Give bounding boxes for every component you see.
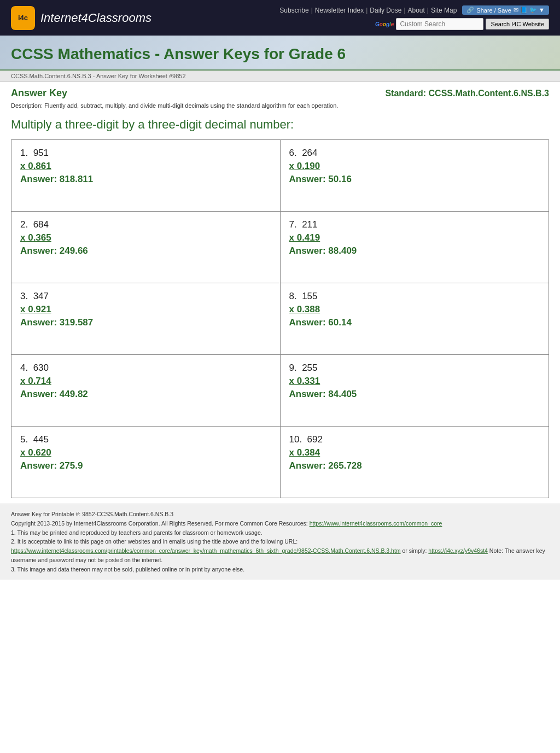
footer-note1: 1. This may be printed and reproduced by… — [11, 528, 549, 538]
answer-key-label: Answer Key — [11, 87, 67, 99]
url-short-link[interactable]: https://i4c.xyz/y9v46st4 — [428, 547, 488, 554]
problem-number-5: 5. 445 — [20, 434, 271, 445]
problem-cell-5: 5. 445 x 0.620 Answer: 275.9 — [11, 427, 281, 498]
problem-number-1: 1. 951 — [20, 148, 271, 159]
problem-multiplier-7: x 0.419 — [289, 232, 540, 243]
problem-answer-10: Answer: 265.728 — [289, 460, 540, 471]
url-long-link[interactable]: https://www.internet4classrooms.com/prin… — [11, 547, 401, 554]
problem-multiplier-2: x 0.365 — [20, 232, 271, 243]
search-button[interactable]: Search I4C Website — [486, 19, 549, 30]
problem-row-4: 4. 630 x 0.714 Answer: 449.82 9. 255 x 0… — [11, 355, 549, 427]
problem-number-8: 8. 155 — [289, 291, 540, 302]
problem-answer-8: Answer: 60.14 — [289, 317, 540, 328]
description: Description: Fluently add, subtract, mul… — [11, 102, 549, 109]
problem-answer-6: Answer: 50.16 — [289, 174, 540, 185]
problem-multiplier-3: x 0.921 — [20, 304, 271, 315]
problem-number-10: 10. 692 — [289, 434, 540, 445]
problem-number-4: 4. 630 — [20, 363, 271, 373]
top-nav: Subscribe | Newsletter Index | Daily Dos… — [279, 5, 549, 30]
nav-subscribe[interactable]: Subscribe — [279, 7, 308, 14]
problem-cell-1: 1. 951 x 0.861 Answer: 818.811 — [11, 140, 281, 211]
problem-number-3: 3. 347 — [20, 291, 271, 302]
problem-answer-7: Answer: 88.409 — [289, 246, 540, 256]
problem-cell-6: 6. 264 x 0.190 Answer: 50.16 — [281, 140, 549, 211]
nav-daily-dose[interactable]: Daily Dose — [370, 7, 401, 14]
problem-multiplier-6: x 0.190 — [289, 161, 540, 172]
page-banner: CCSS Mathematics - Answer Keys for Grade… — [0, 36, 560, 71]
problem-answer-4: Answer: 449.82 — [20, 389, 271, 400]
standard-label: Standard: CCSS.Math.Content.6.NS.B.3 — [385, 89, 549, 98]
problem-row-1: 1. 951 x 0.861 Answer: 818.811 6. 264 x … — [11, 140, 549, 212]
problem-number-7: 7. 211 — [289, 219, 540, 230]
share-bar[interactable]: 🔗 Share / Save ✉ 📘 🐦 ▼ — [462, 5, 549, 15]
page-footer: Answer Key for Printable #: 9852-CCSS.Ma… — [0, 504, 560, 580]
site-header: i4c Internet4Classrooms Subscribe | News… — [0, 0, 560, 36]
problem-cell-8: 8. 155 x 0.388 Answer: 60.14 — [281, 283, 549, 354]
problem-number-9: 9. 255 — [289, 363, 540, 373]
search-bar: Google Search I4C Website — [375, 18, 549, 30]
main-content: Answer Key Standard: CCSS.Math.Content.6… — [0, 82, 560, 504]
problem-multiplier-9: x 0.331 — [289, 376, 540, 387]
problem-answer-5: Answer: 275.9 — [20, 460, 271, 471]
problem-multiplier-8: x 0.388 — [289, 304, 540, 315]
problem-cell-7: 7. 211 x 0.419 Answer: 88.409 — [281, 212, 549, 283]
problem-multiplier-1: x 0.861 — [20, 161, 271, 172]
problem-cell-2: 2. 684 x 0.365 Answer: 249.66 — [11, 212, 281, 283]
worksheet-title: Multiply a three-digit by a three-digit … — [11, 118, 549, 132]
footer-note3: 3. This image and data thereon may not b… — [11, 565, 549, 574]
problem-multiplier-4: x 0.714 — [20, 376, 271, 387]
problem-answer-2: Answer: 249.66 — [20, 246, 271, 256]
problems-grid: 1. 951 x 0.861 Answer: 818.811 6. 264 x … — [11, 139, 549, 498]
footer-copyright: Copyright 2013-2015 by Internet4Classroo… — [11, 519, 549, 528]
problem-multiplier-10: x 0.384 — [289, 447, 540, 458]
logo-text: i4c — [18, 14, 28, 22]
problem-row-5: 5. 445 x 0.620 Answer: 275.9 10. 692 x 0… — [11, 427, 549, 498]
problem-row-2: 2. 684 x 0.365 Answer: 249.66 7. 211 x 0… — [11, 212, 549, 283]
footer-printable: Answer Key for Printable #: 9852-CCSS.Ma… — [11, 510, 549, 519]
logo-box: i4c — [11, 6, 35, 30]
problem-answer-3: Answer: 319.587 — [20, 317, 271, 328]
problem-multiplier-5: x 0.620 — [20, 447, 271, 458]
problem-cell-4: 4. 630 x 0.714 Answer: 449.82 — [11, 355, 281, 426]
problem-cell-3: 3. 347 x 0.921 Answer: 319.587 — [11, 283, 281, 354]
common-core-link[interactable]: https://www.internet4classrooms.com/comm… — [310, 520, 442, 527]
page-title: CCSS Mathematics - Answer Keys for Grade… — [11, 45, 549, 63]
share-label: Share / Save — [476, 7, 511, 14]
problem-number-2: 2. 684 — [20, 219, 271, 230]
answer-header: Answer Key Standard: CCSS.Math.Content.6… — [11, 87, 549, 99]
nav-sitemap[interactable]: Site Map — [431, 7, 457, 14]
nav-about[interactable]: About — [408, 7, 425, 14]
nav-links: Subscribe | Newsletter Index | Daily Dos… — [279, 7, 457, 14]
problem-cell-10: 10. 692 x 0.384 Answer: 265.728 — [281, 427, 549, 498]
search-input[interactable] — [396, 18, 483, 30]
share-icon: 🔗 — [466, 7, 474, 14]
share-icons: ✉ 📘 🐦 ▼ — [514, 7, 545, 14]
problem-answer-9: Answer: 84.405 — [289, 389, 540, 400]
logo-area: i4c Internet4Classrooms — [11, 6, 151, 30]
problem-row-3: 3. 347 x 0.921 Answer: 319.587 8. 155 x … — [11, 283, 549, 355]
nav-newsletter[interactable]: Newsletter Index — [315, 7, 364, 14]
breadcrumb: CCSS.Math.Content.6.NS.B.3 - Answer Key … — [0, 71, 560, 82]
problem-cell-9: 9. 255 x 0.331 Answer: 84.405 — [281, 355, 549, 426]
problem-number-6: 6. 264 — [289, 148, 540, 159]
site-name: Internet4Classrooms — [40, 11, 151, 25]
footer-note2: 2. It is acceptable to link to this page… — [11, 537, 549, 564]
problem-answer-1: Answer: 818.811 — [20, 174, 271, 185]
